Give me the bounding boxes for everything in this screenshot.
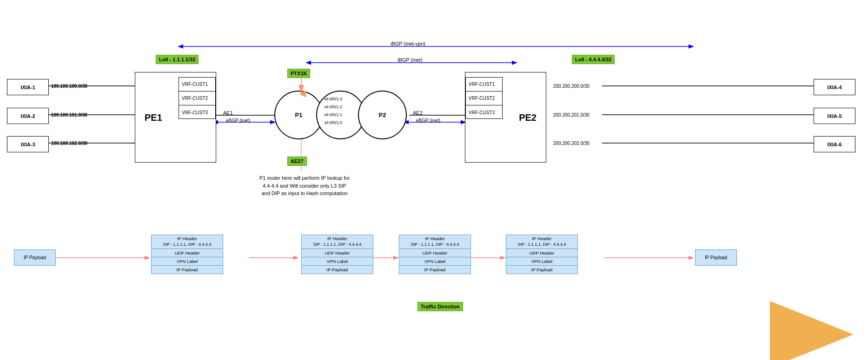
pe1-label: PE1 — [145, 112, 162, 123]
p2-node: P2 — [358, 91, 407, 139]
annotation-text: P1 router here will perform IP lookup fo… — [258, 174, 351, 197]
lo0-right-label: Lo0 - 4.4.4.4/32 — [572, 55, 615, 64]
pe1-box: PE1 VRF-CUST1 VRF-CUST2 VRF-CUST3 — [135, 72, 216, 163]
ixia-5-network: 200.200.201.0/30 — [553, 112, 590, 118]
packet-box-4: IP HeaderSIP : 1.1.1.1, DIP : 4.4.4.4 UD… — [399, 235, 471, 274]
pe2-label: PE2 — [519, 112, 537, 123]
ixia-5-box: IXIA-5 — [814, 108, 855, 124]
ixia-2-box: IXIA-2 — [7, 108, 49, 124]
ixia-4-network: 200.200.200.0/30 — [553, 84, 590, 89]
vrf-cust1-right: VRF-CUST1 — [466, 78, 502, 92]
iface-3: et-0/0/1:1 — [325, 112, 342, 117]
ae1-label: AE1 — [223, 110, 233, 116]
ixia-3-box: IXIA-3 — [7, 136, 49, 152]
ixia-6-box: IXIA-6 — [814, 136, 855, 152]
vrf-cust3-left: VRF-CUST3 — [179, 105, 215, 119]
ixia-4-box: IXIA-4 — [814, 79, 855, 95]
packet-box-3: IP HeaderSIP : 1.1.1.1, DIP : 4.4.4.4 UD… — [301, 235, 373, 274]
ip-payload-right: IP Payload — [695, 249, 737, 266]
iface-4: et-0/0/1:0 — [325, 120, 342, 125]
ibgp-vpn-label: iBGP (inet-vpn) — [391, 41, 425, 46]
ip-payload-left: IP Payload — [14, 249, 56, 266]
iface-1: et-0/0/1:3 — [325, 97, 342, 101]
ibgp-inet-label: iBGP (inet) — [398, 57, 423, 63]
traffic-direction-label: Traffic Direction — [417, 302, 463, 311]
ebgp-right-label: eBGP (inet) — [416, 118, 440, 123]
ae27-label: AE27 — [287, 157, 307, 166]
ixia-1-box: IXIA-1 — [7, 79, 49, 95]
ae2-label: AE2 — [413, 110, 423, 116]
packet-box-5: IP HeaderSIP : 1.1.1.1, DIP : 4.4.4.4 UD… — [506, 235, 578, 274]
vrf-cust1-left: VRF-CUST1 — [179, 78, 215, 92]
pe2-box: PE2 VRF-CUST1 VRF-CUST2 VRF-CUST3 — [465, 72, 546, 163]
vrf-cust2-right: VRF-CUST2 — [466, 92, 502, 105]
ebgp-left-label: eBGP (inet) — [226, 118, 250, 123]
lo0-left-label: Lo0 - 1.1.1.1/32 — [156, 55, 199, 64]
iface-2: et-0/0/1:2 — [325, 105, 342, 109]
packet-box-2: IP HeaderSIP : 1.1.1.1, DIP : 4.4.4.4 UD… — [151, 235, 223, 274]
vrf-cust2-left: VRF-CUST2 — [179, 92, 215, 105]
vrf-cust3-right: VRF-CUST3 — [466, 105, 502, 119]
ixia-6-network: 200.200.202.0/30 — [553, 141, 590, 146]
ptx1k-label: PTX1K — [287, 69, 310, 78]
